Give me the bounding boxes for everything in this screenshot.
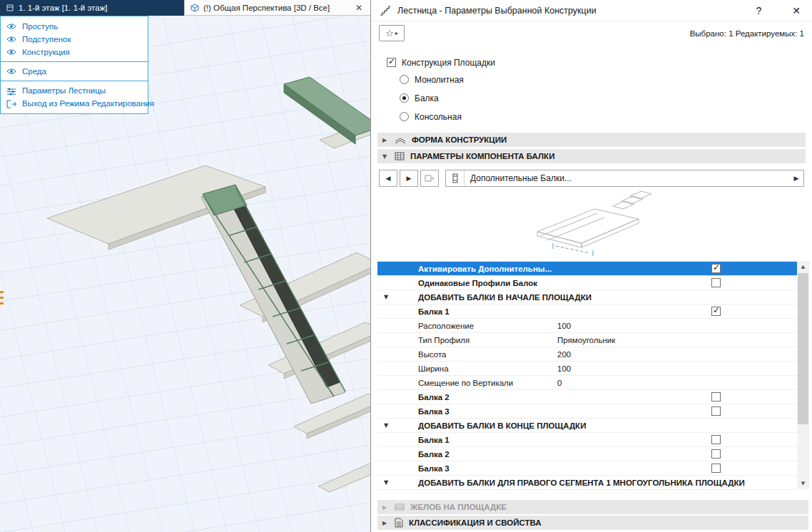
- tab-close-icon[interactable]: ✕: [353, 3, 365, 13]
- beam-radio[interactable]: [400, 93, 409, 103]
- chevron-right-icon: ▶: [789, 175, 803, 182]
- section-label: ЖЕЛОБ НА ПЛОЩАДКЕ: [410, 503, 507, 511]
- table-row[interactable]: Одинаковые Профили Балок: [377, 276, 797, 290]
- section-label: КЛАССИФИКАЦИЯ И СВОЙСТВА: [409, 518, 542, 527]
- table-row[interactable]: Расположение 100: [377, 319, 797, 333]
- menu-item-label: Параметры Лестницы: [22, 86, 106, 95]
- row-label: Балка 2: [418, 450, 557, 459]
- dropdown-value: Дополнительные Балки...: [465, 173, 789, 183]
- beam-parameters-table: Активировать Дополнительны... Одинаковые…: [377, 261, 809, 490]
- stair-icon: [380, 6, 391, 16]
- scroll-down-icon[interactable]: ▼: [797, 478, 809, 489]
- menu-item-riser[interactable]: Подступенок: [1, 33, 148, 46]
- table-row[interactable]: Балка 1: [377, 305, 797, 319]
- transfer-settings-button[interactable]: [420, 170, 439, 187]
- viewport-3d[interactable]: 1. 1-й этаж [1. 1-й этаж] (!) Общая Перс…: [0, 0, 370, 532]
- row-checkbox[interactable]: [711, 464, 721, 473]
- document-icon: [395, 518, 403, 528]
- sheet-arrow-icon: [425, 174, 435, 183]
- beam-preview-image: [506, 190, 677, 259]
- row-checkbox[interactable]: [711, 278, 721, 287]
- table-row[interactable]: Смещение по Вертикали 0: [377, 376, 797, 390]
- menu-item-tread[interactable]: Проступь: [1, 20, 148, 33]
- row-label: Балка 3: [418, 407, 557, 416]
- row-checkbox[interactable]: [711, 406, 721, 416]
- beam-component-icon: [395, 152, 405, 160]
- scrollbar-thumb[interactable]: [798, 273, 808, 424]
- prev-page-button[interactable]: ◀: [379, 170, 397, 187]
- row-label: Балка 1: [418, 436, 557, 444]
- menu-item-structure[interactable]: Конструкция: [1, 46, 148, 58]
- row-checkbox[interactable]: [711, 307, 721, 316]
- section-beam-component[interactable]: ▼ ПАРАМЕТРЫ КОМПОНЕНТА БАЛКИ: [377, 149, 806, 163]
- landing-construction-label: Конструкция Площадки: [402, 58, 495, 68]
- menu-item-exit-edit-mode[interactable]: Выход из Режима Редактирования: [1, 97, 148, 110]
- floor-plan-icon: [6, 4, 14, 12]
- tab-floor-plan[interactable]: 1. 1-й этаж [1. 1-й этаж]: [0, 0, 184, 16]
- group-label: ДОБАВИТЬ БАЛКИ В КОНЦЕ ПЛОЩАДКИ: [418, 421, 797, 430]
- table-row[interactable]: Тип Профиля Прямоугольник: [377, 333, 797, 347]
- row-label: Смещение по Вертикали: [418, 379, 557, 387]
- table-row[interactable]: Балка 3: [377, 404, 797, 419]
- row-label: Одинаковые Профили Балок: [418, 279, 557, 287]
- table-row[interactable]: Балка 3: [377, 461, 797, 476]
- beam-page-dropdown[interactable]: Дополнительные Балки... ▶: [445, 170, 804, 187]
- row-checkbox[interactable]: [711, 435, 721, 444]
- table-row[interactable]: Ширина 100: [377, 362, 797, 376]
- close-button[interactable]: ✕: [789, 5, 803, 16]
- table-row[interactable]: Балка 2: [377, 390, 797, 404]
- table-row[interactable]: Балка 1: [377, 433, 797, 447]
- row-checkbox[interactable]: [711, 392, 721, 401]
- row-check-cell: [711, 449, 797, 459]
- row-value[interactable]: 200: [557, 350, 711, 359]
- section-structure-shape[interactable]: ▶ ФОРМА КОНСТРУКЦИИ: [377, 133, 806, 147]
- selection-status: Выбрано: 1 Редактируемых: 1: [690, 29, 804, 38]
- chevron-right-icon: ▸: [395, 30, 398, 36]
- radio-label: Консольная: [415, 112, 462, 122]
- cantilever-radio[interactable]: [400, 112, 409, 121]
- table-row[interactable]: Высота 200: [377, 347, 797, 362]
- row-check-cell: [711, 264, 797, 273]
- row-label: Балка 1: [418, 307, 557, 316]
- group-label: ДОБАВИТЬ БАЛКИ В НАЧАЛЕ ПЛОЩАДКИ: [418, 293, 797, 302]
- beam-preview-panel: [371, 190, 812, 260]
- table-group-row[interactable]: ▼ ДОБАВИТЬ БАЛКИ ДЛЯ ПРАВОГО СЕГМЕНТА 1 …: [377, 476, 797, 490]
- bottom-sections: ▶ ЖЕЛОБ НА ПЛОЩАДКЕ ▶ КЛАССИФИКАЦИЯ И СВ…: [371, 498, 808, 530]
- tab-perspective[interactable]: (!) Общая Перспектива [3D / Все] ✕: [184, 0, 370, 16]
- table-scrollbar[interactable]: ▲ ▼: [797, 261, 809, 489]
- table-row[interactable]: Активировать Дополнительны...: [377, 262, 797, 276]
- monolithic-radio[interactable]: [400, 75, 409, 84]
- row-checkbox[interactable]: [711, 264, 721, 273]
- next-page-button[interactable]: ▶: [400, 170, 418, 187]
- favorites-button[interactable]: ☆ ▸: [379, 25, 405, 41]
- dialog-title: Лестница - Параметры Выбранной Конструкц…: [397, 6, 597, 16]
- table-row[interactable]: Балка 2: [377, 447, 797, 461]
- landing-construction-checkbox[interactable]: [387, 58, 396, 67]
- favorites-star-icon: ☆: [385, 28, 394, 39]
- menu-item-stair-settings[interactable]: Параметры Лестницы: [1, 84, 148, 97]
- chevron-right-icon: ▶: [382, 137, 389, 143]
- eye-icon: [6, 68, 16, 75]
- menu-item-environment[interactable]: Среда: [1, 65, 148, 78]
- row-checkbox[interactable]: [711, 449, 721, 459]
- row-label: Высота: [418, 350, 557, 359]
- table-group-row[interactable]: ▼ ДОБАВИТЬ БАЛКИ В КОНЦЕ ПЛОЩАДКИ: [377, 419, 797, 433]
- row-value[interactable]: 100: [557, 364, 711, 373]
- row-value[interactable]: Прямоугольник: [557, 336, 711, 344]
- row-value[interactable]: 0: [557, 379, 711, 387]
- row-label: Активировать Дополнительны...: [418, 265, 557, 273]
- scroll-up-icon[interactable]: ▲: [797, 261, 809, 272]
- row-label: Балка 3: [418, 464, 557, 473]
- help-button[interactable]: ?: [753, 5, 764, 16]
- section-classification[interactable]: ▶ КЛАССИФИКАЦИЯ И СВОЙСТВА: [377, 516, 808, 530]
- view-tabbar: 1. 1-й этаж [1. 1-й этаж] (!) Общая Перс…: [0, 0, 370, 16]
- group-label: ДОБАВИТЬ БАЛКИ ДЛЯ ПРАВОГО СЕГМЕНТА 1 МН…: [418, 479, 797, 487]
- row-value[interactable]: 100: [557, 322, 711, 330]
- chevron-right-icon: ▶: [382, 520, 389, 526]
- edge-drag-handle[interactable]: [0, 291, 4, 307]
- stair-edit-context-menu: Проступь Подступенок Конструкция Среда П…: [0, 16, 148, 114]
- arrow-right-icon: ▶: [407, 175, 412, 182]
- table-group-row[interactable]: ▼ ДОБАВИТЬ БАЛКИ В НАЧАЛЕ ПЛОЩАДКИ: [377, 290, 797, 305]
- perspective-cube-icon: [191, 4, 199, 12]
- structure-shape-icon: [395, 135, 406, 144]
